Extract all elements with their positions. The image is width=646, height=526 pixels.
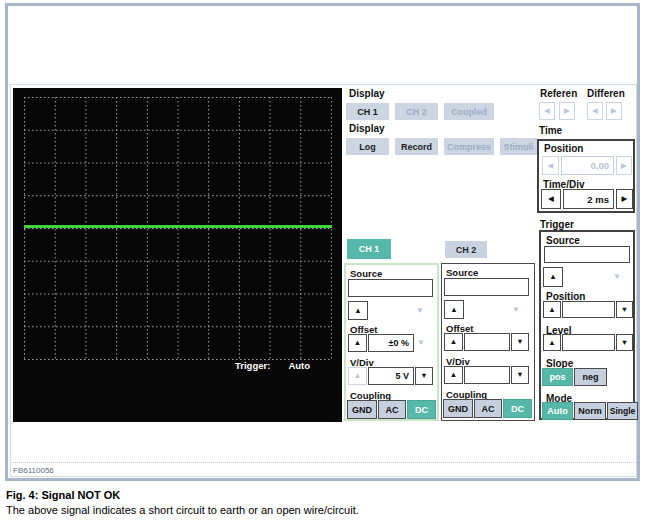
figure-caption-description: The above signal indicates a short circu… [6, 504, 359, 516]
down-arrow-icon: ▼ [621, 306, 628, 314]
ch2-offset-value [464, 333, 510, 351]
mode-auto-button[interactable]: Auto [542, 402, 573, 420]
trigger-source-input[interactable] [544, 246, 630, 263]
ch2-offset-down-button[interactable]: ▼ [511, 333, 529, 351]
display-modes-label: Display [349, 123, 385, 134]
display-coupled-button[interactable]: Coupled [444, 103, 494, 120]
signal-trace [24, 225, 332, 228]
right-arrow-icon: ▶ [564, 107, 570, 115]
down-arrow-icon: ▼ [516, 371, 523, 379]
stimuli-button[interactable]: Stimuli [500, 138, 537, 155]
footer-divider [11, 462, 636, 463]
ch2-vdiv-up-button[interactable]: ▲ [444, 366, 463, 384]
trigger-position-value [562, 301, 615, 318]
up-arrow-icon: ▲ [548, 339, 555, 347]
slope-pos-button[interactable]: pos [542, 368, 573, 386]
trigger-position-down-button[interactable]: ▼ [616, 301, 633, 318]
display-ch1-button[interactable]: CH 1 [346, 103, 389, 120]
ch1-coupling-ac-button[interactable]: AC [378, 400, 406, 419]
instrument-panel: Trigger: Auto Display CH 1 CH 2 Coupled … [10, 84, 637, 477]
timediv-value: 2 ms [563, 189, 614, 209]
mode-norm-button[interactable]: Norm [574, 402, 606, 420]
ch1-source-label: Source [350, 268, 382, 279]
trigger-level-up-button[interactable]: ▲ [543, 334, 561, 351]
ch1-vdiv-up-button[interactable]: ▲ [348, 367, 367, 385]
ch2-source-input[interactable] [444, 278, 529, 296]
ch2-panel: Source ▲ ▼ Offset ▲ ▼ V/Div ▲ ▼ Coupling… [441, 263, 535, 421]
slope-neg-button[interactable]: neg [574, 368, 607, 386]
ch1-panel: Source ▲ ▼ Offset ▲ ±0 % ▼ V/Div ▲ 5 V ▼… [344, 263, 439, 421]
trigger-source-label: Source [546, 235, 580, 246]
ch1-vdiv-down-button[interactable]: ▼ [415, 367, 433, 385]
trigger-position-up-button[interactable]: ▲ [543, 301, 561, 318]
trigger-readout-label: Trigger: [235, 360, 270, 371]
time-group-label: Time [539, 125, 562, 136]
differen-label: Differen [587, 88, 625, 99]
down-arrow-icon: ▼ [621, 339, 628, 347]
left-arrow-icon: ◀ [548, 162, 554, 170]
trigger-level-value [562, 334, 615, 351]
ch2-coupling-gnd-button[interactable]: GND [443, 399, 473, 418]
down-arrow-icon: ▼ [420, 372, 427, 380]
left-arrow-icon: ◀ [592, 107, 598, 115]
up-arrow-icon: ▲ [354, 307, 361, 315]
differen-prev-button: ◀ [587, 102, 603, 120]
up-arrow-icon: ▲ [450, 306, 457, 314]
timediv-increase-button[interactable]: ▶ [616, 189, 633, 209]
ch1-coupling-dc-button[interactable]: DC [407, 400, 436, 419]
ch1-coupling-gnd-button[interactable]: GND [347, 400, 377, 419]
display-channels-label: Display [349, 88, 385, 99]
ch2-source-up-button[interactable]: ▲ [444, 300, 464, 319]
time-position-increase-button[interactable]: ▶ [616, 156, 632, 175]
figure-code: FB6110056 [13, 466, 54, 475]
record-button[interactable]: Record [395, 138, 438, 155]
mode-single-button[interactable]: Single [607, 402, 638, 420]
time-position-decrease-button[interactable]: ◀ [542, 156, 559, 175]
trigger-source-dropdown-icon: ▼ [613, 273, 621, 281]
left-arrow-icon: ◀ [544, 107, 550, 115]
ch2-coupling-dc-button[interactable]: DC [503, 399, 532, 418]
up-arrow-icon: ▲ [354, 339, 361, 347]
up-arrow-icon: ▲ [549, 273, 556, 281]
trigger-readout-value: Auto [288, 360, 310, 371]
scope-grid [24, 97, 332, 360]
trigger-source-up-button[interactable]: ▲ [543, 267, 563, 287]
right-arrow-icon: ▶ [611, 107, 617, 115]
display-ch2-button[interactable]: CH 2 [395, 103, 438, 120]
ch1-offset-value: ±0 % [368, 334, 414, 352]
up-arrow-icon: ▲ [450, 371, 457, 379]
trigger-level-down-button[interactable]: ▼ [616, 334, 633, 351]
ch2-coupling-ac-button[interactable]: AC [474, 399, 502, 418]
figure-caption-title: Fig. 4: Signal NOT OK [6, 489, 120, 501]
referen-prev-button: ◀ [539, 102, 555, 120]
ch2-vdiv-value [464, 366, 510, 384]
ch2-offset-up-button[interactable]: ▲ [444, 333, 463, 351]
ch2-vdiv-down-button[interactable]: ▼ [511, 366, 529, 384]
trigger-group-label: Trigger [540, 219, 574, 230]
referen-next-button: ▶ [559, 102, 575, 120]
down-arrow-icon: ▼ [516, 338, 523, 346]
referen-label: Referen [540, 88, 577, 99]
left-arrow-icon: ◀ [548, 195, 554, 203]
differen-next-button: ▶ [606, 102, 622, 120]
time-position-value: 0,00 [561, 156, 614, 175]
right-arrow-icon: ▶ [621, 162, 627, 170]
ch2-tab[interactable]: CH 2 [445, 241, 487, 258]
scope-trigger-readout: Trigger: Auto [235, 360, 310, 371]
ch2-source-label: Source [446, 267, 478, 278]
ch1-offset-up-button[interactable]: ▲ [348, 334, 367, 352]
ch2-source-dropdown-icon: ▼ [512, 306, 520, 314]
ch1-source-up-button[interactable]: ▲ [348, 301, 368, 320]
up-arrow-icon: ▲ [548, 306, 555, 314]
up-arrow-icon: ▲ [450, 338, 457, 346]
ch1-vdiv-value: 5 V [368, 367, 414, 385]
up-arrow-icon: ▲ [354, 372, 361, 380]
log-button[interactable]: Log [346, 138, 389, 155]
ch1-source-input[interactable] [348, 279, 433, 297]
ch1-tab[interactable]: CH 1 [347, 239, 391, 259]
compress-button[interactable]: Compress [444, 138, 494, 155]
trigger-group-box: Source ▲ ▼ Position ▲ ▼ Level ▲ ▼ Slope … [539, 230, 635, 420]
ch1-offset-dropdown-icon: ▼ [417, 339, 425, 347]
time-group-box: Position ◀ 0,00 ▶ Time/Div ◀ 2 ms ▶ [537, 139, 635, 213]
timediv-decrease-button[interactable]: ◀ [541, 189, 561, 209]
